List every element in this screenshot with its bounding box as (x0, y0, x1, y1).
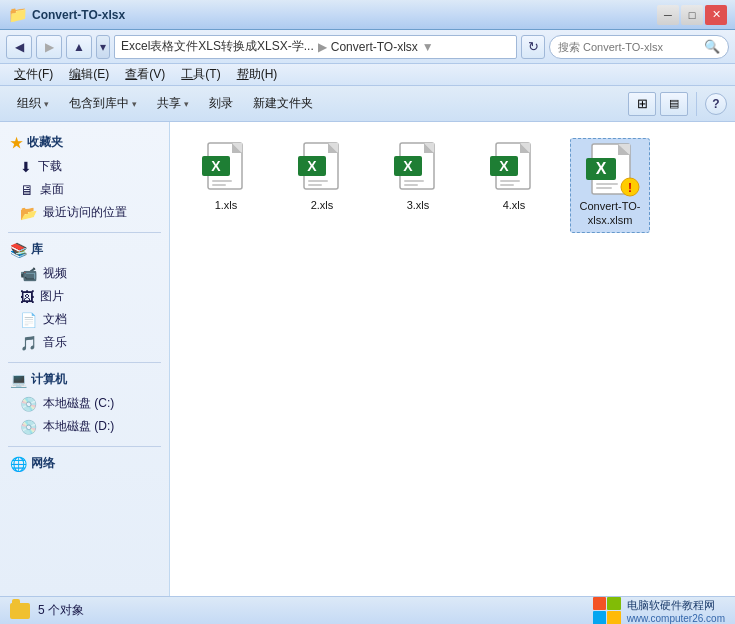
menu-file[interactable]: 文件(F) (6, 64, 61, 86)
sidebar-item-music[interactable]: 🎵 音乐 (0, 331, 169, 354)
sidebar-item-drive-d[interactable]: 💿 本地磁盘 (D:) (0, 415, 169, 438)
computer-icon: 💻 (10, 372, 27, 388)
share-button[interactable]: 共享 ▾ (148, 90, 198, 118)
view-icon-button[interactable]: ⊞ (628, 92, 656, 116)
download-icon: ⬇ (20, 159, 32, 175)
menu-help[interactable]: 帮助(H) (229, 64, 286, 86)
win-logo-q3 (593, 611, 607, 624)
back-button[interactable]: ◀ (6, 35, 32, 59)
watermark: 电脑软硬件教程网 www.computer26.com (593, 597, 725, 625)
view-list-button[interactable]: ▤ (660, 92, 688, 116)
toolbar-right: ⊞ ▤ ? (628, 92, 727, 116)
sidebar-favorites-section: ★ 收藏夹 ⬇ 下载 🖥 桌面 📂 最近访问的位置 (0, 130, 169, 224)
breadcrumb-dropdown-arrow[interactable]: ▼ (422, 40, 434, 54)
refresh-button[interactable]: ↻ (521, 35, 545, 59)
svg-rect-33 (596, 183, 618, 185)
sidebar-library-header: 📚 库 (0, 237, 169, 262)
watermark-site-name: 电脑软硬件教程网 (627, 598, 725, 613)
file-item-4xls[interactable]: X 4.xls (474, 138, 554, 233)
maximize-button[interactable]: □ (681, 5, 703, 25)
window-title: Convert-TO-xlsx (32, 8, 125, 22)
drive-c-icon: 💿 (20, 396, 37, 412)
file-icon-xlsm: X ! (584, 143, 636, 195)
menu-view[interactable]: 查看(V) (117, 64, 173, 86)
win-logo-q2 (607, 597, 621, 611)
watermark-text-block: 电脑软硬件教程网 www.computer26.com (627, 598, 725, 624)
recent-icon: 📂 (20, 205, 37, 221)
search-input[interactable] (558, 41, 700, 53)
sidebar: ★ 收藏夹 ⬇ 下载 🖥 桌面 📂 最近访问的位置 📚 库 (0, 122, 170, 596)
svg-rect-5 (212, 180, 232, 182)
search-icon[interactable]: 🔍 (704, 39, 720, 54)
file-item-xlsm[interactable]: X ! Convert-TO-xlsx.xlsm (570, 138, 650, 233)
close-button[interactable]: ✕ (705, 5, 727, 25)
library-button[interactable]: 包含到库中 ▾ (60, 90, 146, 118)
file-item-2xls[interactable]: X 2.xls (282, 138, 362, 233)
svg-text:X: X (499, 158, 509, 174)
svg-text:X: X (211, 158, 221, 174)
menu-tools[interactable]: 工具(T) (173, 64, 228, 86)
pictures-icon: 🖼 (20, 289, 34, 305)
status-count: 5 个对象 (38, 602, 84, 619)
svg-rect-20 (404, 184, 418, 186)
share-arrow: ▾ (184, 99, 189, 109)
title-bar-left: 📁 Convert-TO-xlsx (8, 5, 125, 24)
search-box[interactable]: 🔍 (549, 35, 729, 59)
sidebar-item-desktop[interactable]: 🖥 桌面 (0, 178, 169, 201)
sidebar-library-section: 📚 库 📹 视频 🖼 图片 📄 文档 🎵 音乐 (0, 237, 169, 354)
svg-rect-26 (500, 180, 520, 182)
svg-text:X: X (307, 158, 317, 174)
sidebar-library-label: 库 (31, 241, 43, 258)
svg-rect-27 (500, 184, 514, 186)
sidebar-item-video[interactable]: 📹 视频 (0, 262, 169, 285)
toolbar: 组织 ▾ 包含到库中 ▾ 共享 ▾ 刻录 新建文件夹 ⊞ ▤ ? (0, 86, 735, 122)
file-item-3xls[interactable]: X 3.xls (378, 138, 458, 233)
library-folder-icon: 📚 (10, 242, 27, 258)
forward-button[interactable]: ▶ (36, 35, 62, 59)
breadcrumb-bar[interactable]: Excel表格文件XLS转换成XLSX-学... ▶ Convert-TO-xl… (114, 35, 517, 59)
file-label-xlsm: Convert-TO-xlsx.xlsm (575, 199, 645, 228)
sidebar-item-drive-c[interactable]: 💿 本地磁盘 (C:) (0, 392, 169, 415)
organize-button[interactable]: 组织 ▾ (8, 90, 58, 118)
file-icon-4xls: X (488, 142, 540, 194)
sidebar-computer-header: 💻 计算机 (0, 367, 169, 392)
sidebar-item-label: 本地磁盘 (C:) (43, 395, 114, 412)
breadcrumb-part2: Convert-TO-xlsx (331, 40, 418, 54)
file-label-4xls: 4.xls (503, 198, 526, 212)
sidebar-item-label: 下载 (38, 158, 62, 175)
svg-rect-12 (308, 180, 328, 182)
sidebar-item-documents[interactable]: 📄 文档 (0, 308, 169, 331)
status-right: 电脑软硬件教程网 www.computer26.com (593, 597, 725, 625)
sidebar-item-pictures[interactable]: 🖼 图片 (0, 285, 169, 308)
library-label: 包含到库中 (69, 95, 129, 112)
help-button[interactable]: ? (705, 93, 727, 115)
new-folder-button[interactable]: 新建文件夹 (244, 90, 322, 118)
win-logo-q4 (607, 611, 621, 624)
sidebar-item-label: 本地磁盘 (D:) (43, 418, 114, 435)
up-button[interactable]: ▲ (66, 35, 92, 59)
sidebar-item-download[interactable]: ⬇ 下载 (0, 155, 169, 178)
breadcrumb-part1: Excel表格文件XLS转换成XLSX-学... (121, 38, 314, 55)
folder-icon-title: 📁 (8, 5, 28, 24)
minimize-button[interactable]: ─ (657, 5, 679, 25)
sidebar-item-recent[interactable]: 📂 最近访问的位置 (0, 201, 169, 224)
share-label: 共享 (157, 95, 181, 112)
drive-d-icon: 💿 (20, 419, 37, 435)
sidebar-item-label: 文档 (43, 311, 67, 328)
sidebar-divider-3 (8, 446, 161, 447)
video-icon: 📹 (20, 266, 37, 282)
burn-button[interactable]: 刻录 (200, 90, 242, 118)
nav-dropdown-button[interactable]: ▾ (96, 35, 110, 59)
sidebar-network-label: 网络 (31, 455, 55, 472)
star-icon: ★ (10, 135, 23, 151)
file-icon-3xls: X (392, 142, 444, 194)
svg-text:!: ! (628, 181, 632, 195)
sidebar-item-label: 桌面 (40, 181, 64, 198)
file-label-1xls: 1.xls (215, 198, 238, 212)
file-label-2xls: 2.xls (311, 198, 334, 212)
music-icon: 🎵 (20, 335, 37, 351)
sidebar-network-section: 🌐 网络 (0, 451, 169, 476)
menu-edit[interactable]: 编辑(E) (61, 64, 117, 86)
network-icon: 🌐 (10, 456, 27, 472)
file-item-1xls[interactable]: X 1.xls (186, 138, 266, 233)
